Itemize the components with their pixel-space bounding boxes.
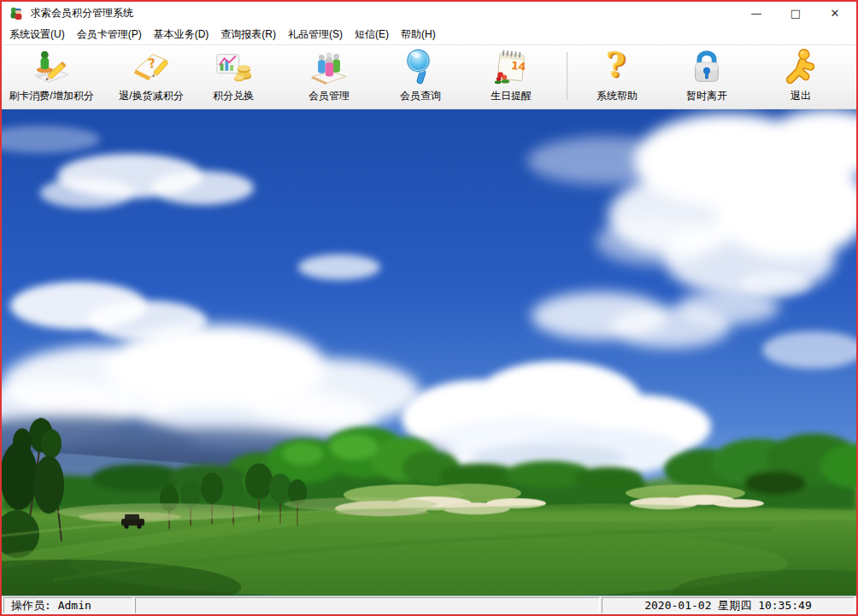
system-help-icon: ? ? ? [597,47,637,86]
svg-text:?: ? [606,47,625,84]
temporary-leave-icon [687,47,726,86]
toolbar-separator [567,52,567,100]
menu-gift-management[interactable]: 礼品管理(S) [282,25,349,44]
toolbar-label: 刷卡消费/增加积分 [9,89,93,103]
toolbar-label: 会员管理 [309,89,350,103]
member-query-icon [401,47,440,86]
close-button[interactable]: ✕ [815,2,855,25]
toolbar-label: 退/换货减积分 [119,89,183,103]
menu-query-reports[interactable]: 查询报表(R) [214,25,282,44]
menu-member-card[interactable]: 会员卡管理(P) [71,25,148,44]
menu-basic-business[interactable]: 基本业务(D) [148,25,215,44]
golf-course-photo [2,109,856,595]
member-management-icon [309,47,349,86]
menu-bar: 系统设置(U) 会员卡管理(P) 基本业务(D) 查询报表(R) 礼品管理(S)… [2,25,856,45]
toolbar-member-query[interactable]: 会员查询 [386,47,455,107]
exit-icon [781,47,820,86]
toolbar-system-help[interactable]: ? ? ? 系统帮助 [583,47,651,107]
toolbar-return-deduct-points[interactable]: ? 退/换货减积分 [110,47,192,107]
toolbar-label: 暂时离开 [686,89,727,103]
toolbar-member-management[interactable]: 会员管理 [295,47,363,107]
desktop-wallpaper [2,109,856,595]
birthday-reminder-icon: 14 [491,47,531,86]
menu-help[interactable]: 帮助(H) [395,25,442,44]
toolbar-label: 退出 [790,89,811,103]
toolbar-label: 积分兑换 [213,89,254,103]
status-datetime: 2020-01-02 星期四 10:35:49 [602,597,855,613]
toolbar-label: 生日提醒 [491,89,532,103]
return-goods-deduct-points-icon: ? [132,47,171,86]
toolbar: 刷卡消费/增加积分 ? 退/换货减积分 [2,45,856,109]
window-title: 求索会员积分管理系统 [31,6,133,21]
app-window: 求索会员积分管理系统 — □ ✕ 系统设置(U) 会员卡管理(P) 基本业务(D… [0,0,858,616]
toolbar-temporary-leave[interactable]: 暂时离开 [673,47,741,107]
toolbar-points-exchange[interactable]: 积分兑换 [199,47,267,107]
card-swipe-add-points-icon [32,47,71,86]
toolbar-exit[interactable]: 退出 [767,47,835,107]
maximize-button[interactable]: □ [776,2,815,25]
status-bar: 操作员: Admin 2020-01-02 星期四 10:35:49 [2,595,856,614]
app-logo-icon [9,6,23,21]
svg-text:14: 14 [510,59,526,73]
points-exchange-icon [214,47,253,86]
status-operator: 操作员: Admin [3,597,133,613]
menu-sms[interactable]: 短信(E) [349,25,395,44]
toolbar-birthday-reminder[interactable]: 14 生日提醒 [477,47,545,107]
toolbar-card-swipe-add-points[interactable]: 刷卡消费/增加积分 [3,47,99,107]
minimize-button[interactable]: — [737,2,776,25]
toolbar-label: 系统帮助 [596,89,638,103]
toolbar-label: 会员查询 [400,89,441,103]
status-middle-panel [135,597,600,613]
menu-system-settings[interactable]: 系统设置(U) [3,25,71,44]
title-bar: 求索会员积分管理系统 — □ ✕ [2,2,856,25]
